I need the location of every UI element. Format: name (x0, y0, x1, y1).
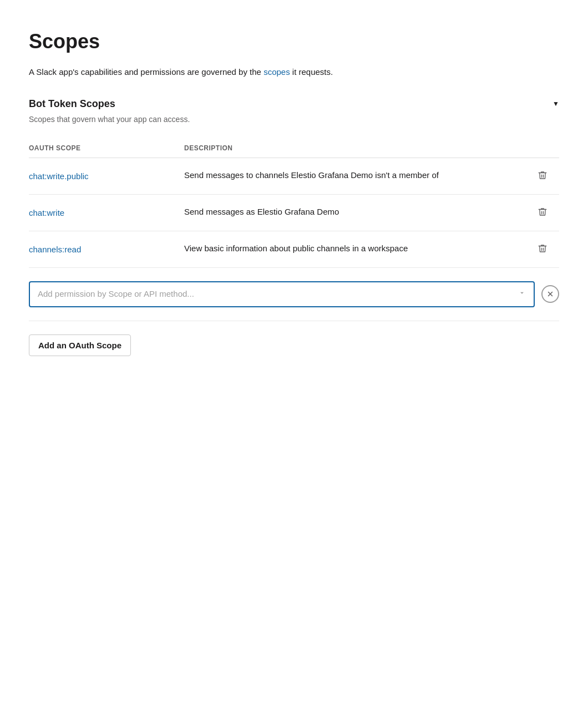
add-scope-section: Add permission by Scope or API method... (29, 281, 559, 307)
page-title: Scopes (29, 27, 559, 57)
clear-scope-button[interactable] (541, 285, 559, 303)
col-header-oauth-scope: OAuth Scope (29, 143, 184, 153)
scope-description-0: Send messages to channels Elestio Grafan… (184, 169, 526, 182)
scope-dropdown-placeholder: Add permission by Scope or API method... (38, 288, 194, 301)
table-header: OAuth Scope Description (29, 139, 559, 158)
trash-icon (538, 170, 548, 183)
intro-text: A Slack app's capabilities and permissio… (29, 65, 559, 79)
scope-link-chat-write[interactable]: chat:write (29, 206, 184, 220)
divider (29, 321, 559, 321)
scopes-link[interactable]: scopes (263, 67, 290, 77)
table-row: chat:write Send messages as Elestio Graf… (29, 195, 559, 231)
delete-scope-1-button[interactable] (526, 206, 559, 220)
delete-scope-0-button[interactable] (526, 169, 559, 183)
section-title: Bot Token Scopes (29, 97, 115, 111)
trash-icon (538, 244, 548, 256)
trash-icon (538, 207, 548, 220)
intro-text-before-link: A Slack app's capabilities and permissio… (29, 67, 261, 77)
scope-description-2: View basic information about public chan… (184, 242, 526, 255)
table-row: channels:read View basic information abo… (29, 231, 559, 268)
chevron-down-icon[interactable]: ▼ (552, 99, 559, 109)
scope-dropdown[interactable]: Add permission by Scope or API method... (29, 281, 535, 307)
table-row: chat:write.public Send messages to chann… (29, 158, 559, 195)
scope-description-1: Send messages as Elestio Grafana Demo (184, 206, 526, 219)
dropdown-arrow-icon (518, 288, 526, 300)
bot-token-section-header: Bot Token Scopes ▼ (29, 97, 559, 111)
scopes-table: OAuth Scope Description chat:write.publi… (29, 139, 559, 268)
add-oauth-scope-button[interactable]: Add an OAuth Scope (29, 334, 131, 356)
section-subtitle: Scopes that govern what your app can acc… (29, 114, 559, 125)
scope-link-chat-write-public[interactable]: chat:write.public (29, 169, 184, 183)
col-header-description: Description (184, 143, 526, 153)
col-header-actions (526, 143, 559, 153)
intro-text-after-link: it requests. (292, 67, 333, 77)
delete-scope-2-button[interactable] (526, 242, 559, 256)
scope-link-channels-read[interactable]: channels:read (29, 242, 184, 256)
